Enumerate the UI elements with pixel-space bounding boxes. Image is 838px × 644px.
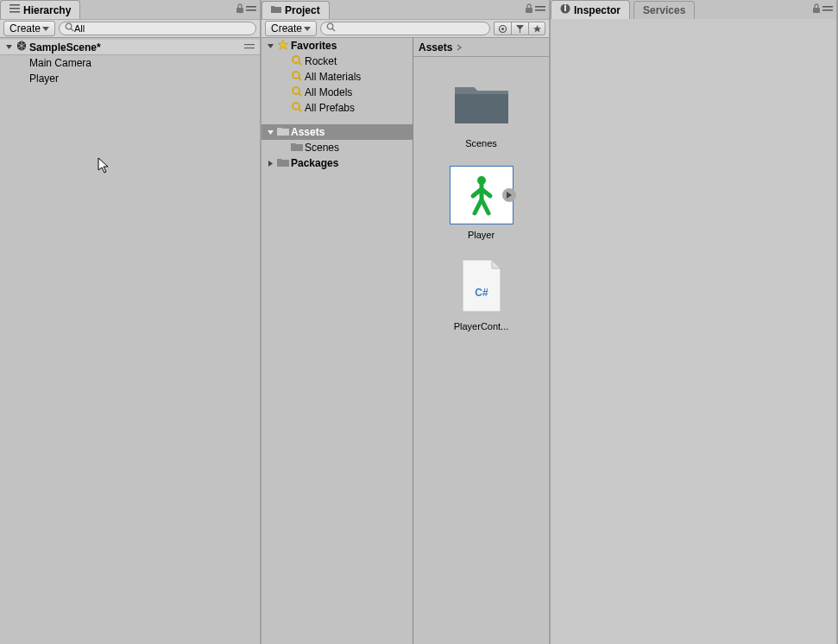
svg-rect-31 <box>822 9 833 11</box>
assets-folder-row[interactable]: Assets <box>261 124 413 140</box>
svg-line-22 <box>299 93 301 96</box>
svg-point-23 <box>293 103 299 110</box>
svg-line-7 <box>71 28 73 31</box>
favorite-label: All Materials <box>305 71 361 83</box>
dropdown-icon <box>304 22 311 35</box>
create-label: Create <box>9 22 41 35</box>
favorite-item[interactable]: All Materials <box>261 69 413 85</box>
svg-rect-0 <box>9 4 20 6</box>
script-thumb: C# <box>450 257 514 316</box>
panel-menu-icon[interactable] <box>246 3 256 16</box>
star-icon <box>277 39 289 54</box>
panel-menu-icon[interactable] <box>535 3 545 16</box>
favorite-item[interactable]: All Models <box>261 85 413 100</box>
project-search-input[interactable] <box>336 23 484 34</box>
scene-menu-icon[interactable] <box>244 41 255 54</box>
svg-rect-4 <box>246 6 256 8</box>
svg-line-20 <box>299 78 301 80</box>
asset-item-script[interactable]: C# PlayerCont... <box>443 257 520 331</box>
disclosure-right-icon[interactable] <box>265 158 275 168</box>
inspector-body <box>551 19 836 644</box>
asset-label: PlayerCont... <box>454 321 509 331</box>
gameobject-label: Player <box>29 73 59 85</box>
project-filter-buttons <box>494 22 545 35</box>
breadcrumb-item[interactable]: Assets <box>419 41 452 54</box>
packages-folder-row[interactable]: Packages <box>261 155 413 171</box>
filter-type-button[interactable] <box>511 22 528 35</box>
unity-logo-icon <box>16 40 28 54</box>
folder-label: Scenes <box>305 142 339 154</box>
filter-favorite-button[interactable] <box>528 22 545 35</box>
project-tab[interactable]: Project <box>261 1 330 19</box>
asset-item-folder[interactable]: Scenes <box>443 74 520 148</box>
folder-icon <box>277 126 289 139</box>
inspector-tab-label: Inspector <box>574 4 621 16</box>
favorites-header[interactable]: Favorites <box>261 38 413 54</box>
project-search[interactable] <box>320 22 490 35</box>
favorite-label: All Models <box>305 86 352 98</box>
inspector-tab-controls <box>812 3 836 16</box>
svg-text:C#: C# <box>475 287 488 299</box>
hierarchy-panel: Hierarchy Create SampleScene* Main C <box>0 0 261 644</box>
lock-icon[interactable] <box>525 3 533 16</box>
panel-menu-icon[interactable] <box>822 3 833 16</box>
play-overlay-icon[interactable] <box>502 188 516 202</box>
disclosure-down-icon[interactable] <box>265 127 275 137</box>
hierarchy-create-button[interactable]: Create <box>3 21 55 36</box>
search-saved-icon <box>291 70 303 85</box>
mouse-cursor-icon <box>98 157 111 177</box>
create-label: Create <box>271 22 302 35</box>
inspector-tab-bar: i Inspector Services <box>551 0 836 19</box>
folder-icon <box>271 4 281 16</box>
svg-line-24 <box>299 109 301 111</box>
hierarchy-tab-bar: Hierarchy <box>0 0 260 19</box>
disclosure-down-icon[interactable] <box>3 42 14 53</box>
asset-label: Scenes <box>465 138 497 148</box>
search-icon <box>326 22 336 35</box>
hierarchy-tab-controls <box>236 3 260 16</box>
svg-rect-2 <box>9 11 20 13</box>
hierarchy-search-input[interactable] <box>74 23 250 34</box>
lock-icon[interactable] <box>236 3 244 16</box>
dropdown-icon <box>42 22 49 35</box>
svg-rect-3 <box>236 8 243 13</box>
scene-name: SampleScene* <box>29 41 101 54</box>
svg-point-16 <box>501 28 504 30</box>
filter-assets-button[interactable] <box>494 22 511 35</box>
scene-header-row[interactable]: SampleScene* <box>0 40 260 55</box>
project-content-area: Assets Scenes Player <box>413 38 549 644</box>
hierarchy-tab[interactable]: Hierarchy <box>0 0 80 19</box>
svg-rect-29 <box>813 8 820 13</box>
asset-item-prefab[interactable]: Player <box>443 166 520 240</box>
hierarchy-tree: SampleScene* Main Camera Player <box>0 38 260 644</box>
hierarchy-tab-label: Hierarchy <box>23 4 71 16</box>
hierarchy-search[interactable] <box>59 22 256 35</box>
search-saved-icon <box>291 101 303 116</box>
gameobject-row[interactable]: Player <box>0 71 260 86</box>
folder-row[interactable]: Scenes <box>261 140 413 155</box>
svg-rect-30 <box>822 6 833 8</box>
disclosure-down-icon[interactable] <box>265 41 275 51</box>
info-icon: i <box>560 3 570 16</box>
asset-grid[interactable]: Scenes Player C# PlayerCont... <box>413 57 549 644</box>
svg-text:i: i <box>564 3 566 14</box>
lock-icon[interactable] <box>812 3 821 16</box>
favorite-item[interactable]: All Prefabs <box>261 100 413 116</box>
svg-rect-12 <box>535 9 545 11</box>
hierarchy-toolbar: Create <box>0 19 260 38</box>
gameobject-row[interactable]: Main Camera <box>0 55 260 71</box>
project-breadcrumb: Assets <box>413 38 549 57</box>
svg-point-19 <box>293 72 299 79</box>
project-create-button[interactable]: Create <box>265 21 317 36</box>
project-folder-tree: Favorites Rocket All Materials All Model… <box>261 38 413 644</box>
project-body: Favorites Rocket All Materials All Model… <box>261 38 549 644</box>
svg-rect-1 <box>9 8 20 9</box>
favorite-label: All Prefabs <box>305 102 355 114</box>
favorite-label: Rocket <box>305 55 337 67</box>
services-tab[interactable]: Services <box>633 1 695 19</box>
favorites-label: Favorites <box>291 40 337 52</box>
inspector-tab[interactable]: i Inspector <box>551 0 630 19</box>
svg-point-17 <box>293 56 299 63</box>
favorite-item[interactable]: Rocket <box>261 54 413 69</box>
project-tab-controls <box>525 3 549 16</box>
